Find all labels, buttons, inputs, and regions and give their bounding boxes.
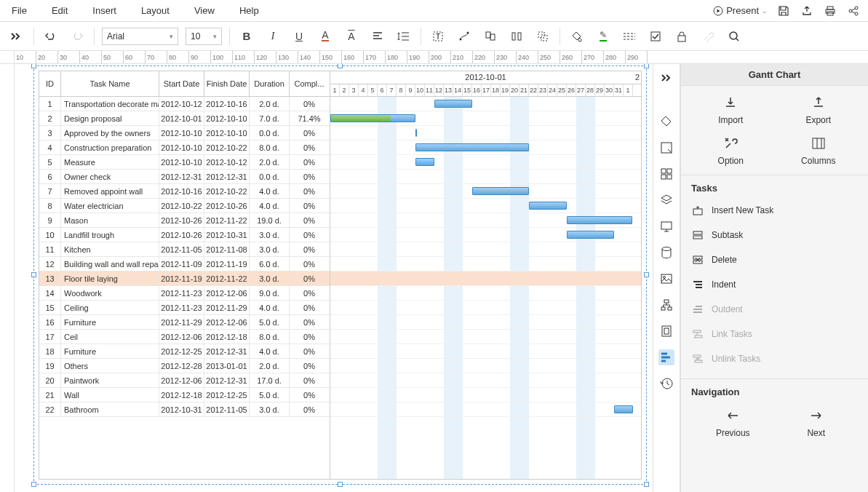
bold-button[interactable]: B <box>237 27 256 46</box>
underline-button[interactable]: U <box>290 27 308 46</box>
cell-finish[interactable]: 2012-12-25 <box>204 388 250 402</box>
cell-id[interactable]: 10 <box>39 228 61 242</box>
gantt-bar[interactable] <box>434 100 472 108</box>
cell-id[interactable]: 17 <box>39 330 61 344</box>
menu-file[interactable]: File <box>7 2 31 19</box>
canvas[interactable]: ID Task Name Start Date Finish Date Dura… <box>15 64 653 492</box>
resize-handle[interactable] <box>644 482 649 487</box>
cell-finish[interactable]: 2012-12-31 <box>204 373 250 387</box>
database-icon[interactable] <box>658 245 674 261</box>
tools-button[interactable] <box>698 27 717 46</box>
cell-dur[interactable]: 3.0 d. <box>250 228 290 242</box>
cell-start[interactable]: 2012-11-23 <box>159 286 204 300</box>
cell-start[interactable]: 2012-11-09 <box>159 257 204 271</box>
cell-finish[interactable]: 2012-12-31 <box>204 170 250 183</box>
cell-dur[interactable]: 6.0 d. <box>250 257 290 271</box>
menu-edit[interactable]: Edit <box>47 2 72 19</box>
rail-collapse-icon[interactable] <box>658 70 674 86</box>
cell-id[interactable]: 22 <box>39 402 61 416</box>
cell-comp[interactable]: 0% <box>290 402 329 416</box>
history-icon[interactable] <box>658 376 674 392</box>
chart-row[interactable] <box>330 242 641 257</box>
cell-name[interactable]: Transportation decorate ma... <box>61 97 159 111</box>
cell-name[interactable]: Removed appoint wall <box>61 184 159 198</box>
cell-finish[interactable]: 2012-10-12 <box>204 155 250 169</box>
cell-comp[interactable]: 0% <box>290 126 329 140</box>
gantt-selection-frame[interactable]: ID Task Name Start Date Finish Date Dura… <box>33 66 647 485</box>
cell-id[interactable]: 2 <box>39 111 61 125</box>
cell-name[interactable]: Others <box>61 359 159 373</box>
align-button[interactable] <box>368 27 387 46</box>
cell-id[interactable]: 13 <box>39 271 61 285</box>
cell-finish[interactable]: 2012-10-10 <box>204 126 250 140</box>
cell-comp[interactable]: 0% <box>290 184 329 198</box>
cell-id[interactable]: 6 <box>39 170 61 183</box>
cell-comp[interactable]: 0% <box>290 373 329 387</box>
cell-name[interactable]: Paintwork <box>61 373 159 387</box>
table-row[interactable]: 8Water electrician2012-10-222012-10-264.… <box>39 199 330 213</box>
export-button[interactable]: Export <box>775 95 863 125</box>
cell-comp[interactable]: 0% <box>290 359 329 373</box>
cell-finish[interactable]: 2012-11-22 <box>204 271 250 285</box>
resize-handle[interactable] <box>338 64 343 68</box>
resize-handle[interactable] <box>31 64 36 68</box>
cell-start[interactable]: 2012-10-26 <box>159 228 204 242</box>
cell-id[interactable]: 20 <box>39 373 61 387</box>
resize-handle[interactable] <box>338 482 343 487</box>
gantt-bar[interactable] <box>567 231 614 239</box>
header-duration[interactable]: Duration <box>250 71 290 96</box>
font-color-button[interactable]: A <box>316 27 335 46</box>
cell-id[interactable]: 18 <box>39 344 61 358</box>
cell-id[interactable]: 7 <box>39 184 61 198</box>
cell-id[interactable]: 9 <box>39 213 61 227</box>
cell-start[interactable]: 2012-10-12 <box>159 97 204 111</box>
cell-start[interactable]: 2012-12-06 <box>159 330 204 344</box>
cell-comp[interactable]: 0% <box>290 242 329 256</box>
cell-name[interactable]: Owner check <box>61 170 159 183</box>
cell-name[interactable]: Building wall and wall repair <box>61 257 159 271</box>
cell-name[interactable]: Approved by the owners <box>61 126 159 140</box>
cell-start[interactable]: 2012-10-10 <box>159 155 204 169</box>
cell-name[interactable]: Ceiling <box>61 301 159 314</box>
table-row[interactable]: 7Removed appoint wall2012-10-162012-10-2… <box>39 184 330 199</box>
cell-dur[interactable]: 0.0 d. <box>250 126 290 140</box>
distribute-button[interactable] <box>507 27 526 46</box>
hierarchy-icon[interactable] <box>658 297 674 313</box>
cell-name[interactable]: Furniture <box>61 344 159 358</box>
checkmark-button[interactable] <box>646 27 665 46</box>
previous-button[interactable]: Previous <box>691 408 775 438</box>
cell-finish[interactable]: 2012-10-10 <box>204 111 250 125</box>
cell-dur[interactable]: 7.0 d. <box>250 111 290 125</box>
cell-start[interactable]: 2012-12-18 <box>159 388 204 402</box>
gantt-bar[interactable] <box>472 187 529 195</box>
cell-id[interactable]: 11 <box>39 242 61 256</box>
cell-start[interactable]: 2012-10-26 <box>159 213 204 227</box>
font-select[interactable]: Arial▾ <box>102 28 178 45</box>
cell-finish[interactable]: 2012-10-26 <box>204 199 250 213</box>
cell-comp[interactable]: 0% <box>290 301 329 314</box>
save-icon[interactable] <box>776 4 791 18</box>
lock-button[interactable] <box>672 27 691 46</box>
cell-id[interactable]: 19 <box>39 359 61 373</box>
cell-dur[interactable]: 2.0 d. <box>250 97 290 111</box>
gantt-bar[interactable] <box>529 202 567 210</box>
task-action[interactable]: Indent <box>687 272 862 297</box>
columns-button[interactable]: Columns <box>775 135 863 166</box>
header-start[interactable]: Start Date <box>159 71 204 96</box>
cell-finish[interactable]: 2012-10-22 <box>204 184 250 198</box>
task-action[interactable]: Delete <box>687 247 862 272</box>
connector-button[interactable] <box>455 27 474 46</box>
chart-row[interactable] <box>330 271 641 286</box>
resize-handle[interactable] <box>31 482 36 487</box>
table-row[interactable]: 15Ceiling2012-11-232012-11-294.0 d.0% <box>39 301 330 315</box>
cell-start[interactable]: 2012-12-06 <box>159 373 204 387</box>
cell-id[interactable]: 12 <box>39 257 61 271</box>
align-objects-button[interactable] <box>481 27 500 46</box>
present-button[interactable]: Present ⌄ <box>713 5 768 16</box>
cell-comp[interactable]: 0% <box>290 271 329 285</box>
cell-id[interactable]: 21 <box>39 388 61 402</box>
menu-view[interactable]: View <box>190 2 219 19</box>
import-button[interactable]: Import <box>687 95 775 125</box>
table-row[interactable]: 18Furniture2012-12-252012-12-314.0 d.0% <box>39 344 330 359</box>
cell-comp[interactable]: 0% <box>290 330 329 344</box>
